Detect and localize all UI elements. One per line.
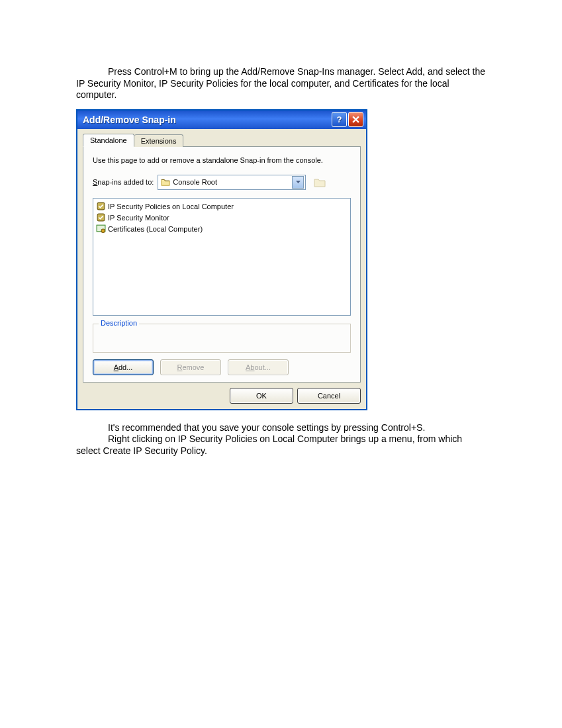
remove-button: Remove [160,359,221,375]
shield-icon [96,201,106,211]
description-groupbox: Description [93,324,351,353]
paragraph-3: Right clicking on IP Security Policies o… [76,433,486,457]
paragraph-1: Press Control+M to bring up the Add/Remo… [76,66,486,101]
list-item-label: IP Security Policies on Local Computer [108,203,234,210]
list-item[interactable]: Certificates (Local Computer) [96,224,348,234]
dropdown-arrow[interactable] [292,176,304,189]
svg-point-3 [101,229,105,232]
list-item[interactable]: IP Security Monitor [96,212,348,223]
list-item-label: IP Security Monitor [108,214,169,222]
dropdown-value: Console Root [173,178,292,186]
panel-description: Use this page to add or remove a standal… [93,156,351,164]
close-icon [352,116,359,123]
folder-star-icon [314,177,326,187]
chevron-down-icon [296,181,301,183]
cancel-button[interactable]: Cancel [297,388,361,404]
tab-extensions[interactable]: Extensions [134,134,184,147]
add-button[interactable]: Add... [93,359,154,375]
certificate-icon [96,224,106,234]
dialog-body: Standalone Extensions Use this page to a… [77,129,366,409]
ok-button[interactable]: OK [230,388,293,404]
groupbox-label: Description [99,319,139,327]
shield-icon [96,212,106,222]
snapins-listbox[interactable]: IP Security Policies on Local Computer I… [93,198,351,316]
snapins-added-to-dropdown[interactable]: Console Root [158,175,306,190]
about-button: About... [228,359,289,375]
list-item[interactable]: IP Security Policies on Local Computer [96,201,348,212]
action-button-row: Add... Remove About... [93,359,351,375]
dialog-add-remove-snapin: Add/Remove Snap-in ? Standalone Extensio… [76,109,367,410]
tab-panel-standalone: Use this page to add or remove a standal… [83,146,361,383]
help-button[interactable]: ? [332,112,347,127]
new-folder-button[interactable] [312,175,327,189]
snapins-added-to-label: Snap-ins added to: [93,178,154,186]
close-button[interactable] [348,112,363,127]
dialog-title: Add/Remove Snap-in [83,114,330,125]
list-item-label: Certificates (Local Computer) [108,225,203,233]
dialog-titlebar[interactable]: Add/Remove Snap-in ? [77,111,366,129]
dialog-footer: OK Cancel [83,388,361,404]
tabs: Standalone Extensions [83,134,361,147]
folder-icon [161,177,170,187]
paragraph-2: It's recommended that you save your cons… [76,422,486,434]
tab-standalone[interactable]: Standalone [83,134,134,147]
